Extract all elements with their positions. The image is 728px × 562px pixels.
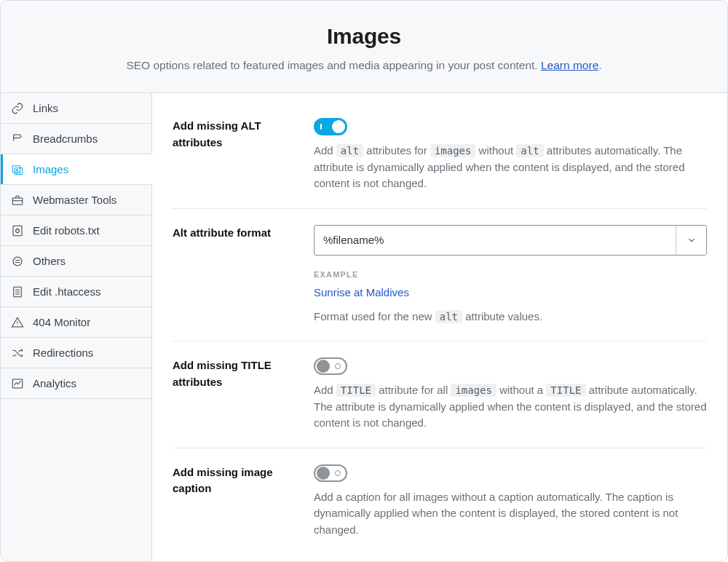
sidebar-item-robots[interactable]: Edit robots.txt	[1, 215, 151, 246]
learn-more-link[interactable]: Learn more	[541, 59, 598, 71]
robots-icon	[11, 224, 24, 237]
svg-rect-1	[15, 168, 23, 175]
code-chip: alt	[435, 310, 462, 323]
code-chip: TITLE	[546, 384, 585, 397]
code-chip: TITLE	[336, 384, 376, 397]
setting-label: Add missing TITLE attributes	[173, 357, 296, 432]
code-chip: alt	[516, 144, 543, 157]
sidebar-item-images[interactable]: Images	[1, 154, 152, 185]
example-heading: EXAMPLE	[314, 269, 707, 281]
sidebar-item-label: Redirections	[33, 345, 93, 362]
sidebar-item-label: 404 Monitor	[33, 314, 90, 331]
sidebar-item-breadcrumbs[interactable]: Breadcrumbs	[1, 124, 151, 154]
sidebar-item-others[interactable]: Others	[1, 246, 151, 277]
svg-point-2	[16, 170, 17, 171]
toggle-add-missing-alt[interactable]	[314, 118, 347, 135]
others-icon	[11, 255, 24, 268]
toggle-knob	[317, 360, 330, 373]
sidebar-item-label: Analytics	[33, 376, 76, 392]
sidebar-item-analytics[interactable]: Analytics	[1, 368, 151, 399]
sidebar-item-label: Breadcrumbs	[33, 131, 98, 148]
code-chip: alt	[336, 144, 363, 157]
setting-description: Format used for the new alt attribute va…	[314, 309, 707, 325]
example-link[interactable]: Sunrise at Maldives	[314, 285, 409, 301]
settings-panel: Images SEO options related to featured i…	[0, 0, 728, 562]
sidebar-item-htaccess[interactable]: Edit .htaccess	[1, 277, 151, 307]
sidebar-item-label: Others	[33, 253, 66, 270]
images-icon	[11, 163, 24, 176]
svg-rect-4	[13, 226, 22, 236]
shuffle-icon	[11, 347, 24, 360]
setting-description: Add a caption for all images without a c…	[314, 489, 707, 539]
setting-label: Alt attribute format	[173, 225, 296, 325]
setting-label: Add missing image caption	[173, 464, 296, 539]
sidebar-item-404-monitor[interactable]: 404 Monitor	[1, 307, 151, 338]
code-chip: images	[430, 144, 476, 157]
alt-format-input[interactable]: %filename%	[314, 225, 707, 256]
sidebar-item-links[interactable]: Links	[1, 93, 151, 124]
svg-point-6	[13, 257, 22, 266]
setting-add-missing-title: Add missing TITLE attributes Add TITLE a…	[173, 341, 707, 448]
svg-rect-0	[12, 166, 20, 173]
file-icon	[11, 285, 24, 298]
subtitle-period: .	[598, 59, 601, 71]
sidebar-item-label: Links	[33, 100, 58, 117]
sidebar-item-label: Edit .htaccess	[33, 284, 100, 301]
settings-sidebar: Links Breadcrumbs Images Webmaster Tools	[1, 93, 152, 561]
chevron-down-icon[interactable]	[676, 226, 706, 255]
setting-label: Add missing ALT attributes	[173, 118, 296, 192]
svg-rect-3	[12, 198, 23, 205]
setting-description: Add alt attributes for images without al…	[314, 143, 707, 192]
setting-add-missing-caption: Add missing image caption Add a caption …	[173, 448, 707, 555]
sidebar-item-label: Images	[33, 162, 68, 178]
sidebar-item-webmaster-tools[interactable]: Webmaster Tools	[1, 185, 151, 215]
code-chip: images	[451, 384, 496, 397]
alt-format-value: %filename%	[314, 226, 676, 255]
toggle-add-missing-caption[interactable]	[314, 464, 347, 482]
page-title: Images	[15, 20, 713, 52]
page-header: Images SEO options related to featured i…	[1, 1, 727, 93]
svg-point-5	[16, 229, 20, 232]
toggle-knob	[317, 467, 330, 480]
chart-icon	[11, 377, 24, 390]
setting-alt-format: Alt attribute format %filename% EXAMPLE …	[173, 209, 707, 342]
sidebar-item-label: Edit robots.txt	[33, 223, 100, 240]
toggle-add-missing-title[interactable]	[314, 357, 347, 375]
sidebar-item-label: Webmaster Tools	[33, 192, 116, 209]
page-subtitle: SEO options related to featured images a…	[15, 57, 713, 74]
toggle-knob	[332, 120, 345, 133]
setting-description: Add TITLE attribute for all images witho…	[314, 382, 707, 432]
sidebar-item-redirections[interactable]: Redirections	[1, 338, 151, 368]
subtitle-text: SEO options related to featured images a…	[126, 59, 541, 71]
breadcrumbs-icon	[11, 132, 24, 146]
warning-icon	[11, 316, 24, 329]
toolbox-icon	[11, 194, 24, 207]
settings-main: Add missing ALT attributes Add alt attri…	[152, 93, 727, 561]
setting-add-missing-alt: Add missing ALT attributes Add alt attri…	[173, 111, 707, 209]
links-icon	[11, 102, 24, 115]
